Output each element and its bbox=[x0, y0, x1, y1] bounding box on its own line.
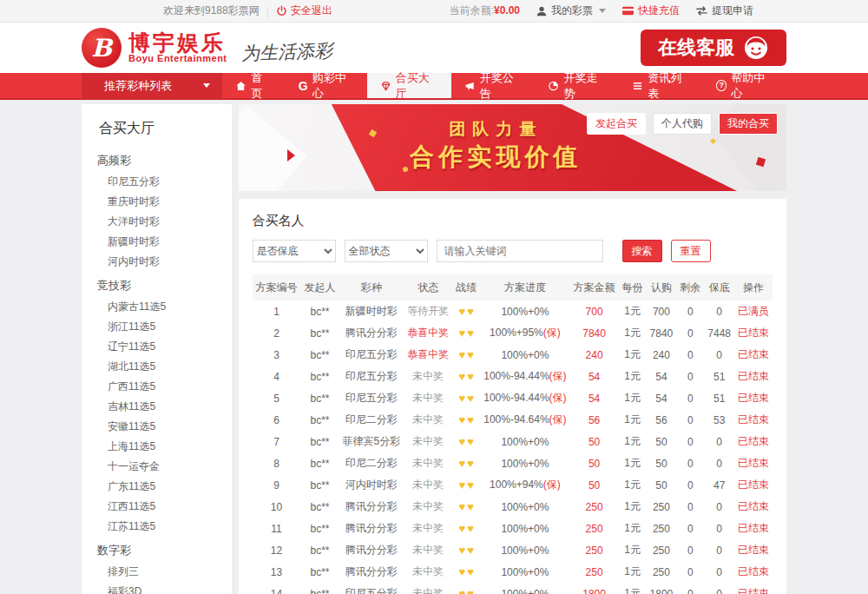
main-layout: 合买大厅 高频彩印尼五分彩重庆时时彩大洋时时彩新疆时时彩河内时时彩竞技彩内蒙古1… bbox=[82, 100, 786, 594]
cell-progress: 100%+94%(保) bbox=[480, 474, 569, 496]
sidebar-item[interactable]: 江苏11选5 bbox=[82, 517, 232, 537]
sidebar-item[interactable]: 新疆时时彩 bbox=[82, 232, 232, 252]
my-group-buy-button[interactable]: 我的合买 bbox=[719, 113, 778, 135]
cell-lottery: 印尼五分彩 bbox=[339, 344, 404, 366]
cell-action[interactable]: 已结束 bbox=[734, 322, 773, 344]
topbar: 欢迎来到9188彩票网 | 安全退出 当前余额:¥0.00 我的彩票 快捷充值 … bbox=[0, 0, 868, 23]
table-row: 3bc**印尼五分彩恭喜中奖♥♥100%+0%2401元24000已结束 bbox=[253, 344, 773, 366]
cell-progress: 100%+0% bbox=[480, 561, 569, 583]
gold-heart-icon: ♥ bbox=[458, 478, 465, 492]
cell-amount: 54 bbox=[570, 387, 619, 409]
guarantee-filter-select[interactable]: 是否保底 bbox=[253, 240, 336, 262]
sidebar-item[interactable]: 湖北11选5 bbox=[82, 357, 232, 377]
keyword-input[interactable] bbox=[437, 240, 603, 262]
cell-guarantee: 0 bbox=[704, 583, 734, 594]
sidebar-item[interactable]: 大洋时时彩 bbox=[82, 212, 232, 232]
cell-status: 恭喜中奖 bbox=[404, 322, 452, 344]
cell-no: 10 bbox=[253, 496, 301, 518]
sidebar-item[interactable]: 福彩3D bbox=[82, 582, 232, 594]
sidebar-item[interactable]: 广西11选5 bbox=[82, 377, 232, 397]
cell-action[interactable]: 已结束 bbox=[734, 583, 773, 594]
cell-action[interactable]: 已结束 bbox=[734, 474, 773, 496]
sidebar-item[interactable]: 十一运夺金 bbox=[82, 457, 232, 477]
cell-action[interactable]: 已结束 bbox=[734, 409, 773, 431]
column-header: 方案编号 bbox=[253, 274, 301, 300]
cell-no: 13 bbox=[253, 561, 301, 583]
cell-per: 1元 bbox=[619, 344, 647, 366]
cell-left: 0 bbox=[676, 583, 704, 594]
gold-heart-icon: ♥ bbox=[458, 435, 465, 448]
nav-item-help-center[interactable]: ? 帮助中心 bbox=[703, 73, 786, 98]
progress-value: 100%-94.64% bbox=[483, 413, 549, 426]
sidebar-item[interactable]: 印尼五分彩 bbox=[82, 172, 232, 192]
cell-lottery: 印尼五分彩 bbox=[339, 583, 404, 594]
cell-per: 1元 bbox=[619, 409, 647, 431]
search-button[interactable]: 搜索 bbox=[622, 240, 662, 262]
gold-heart-icon: ♥ bbox=[458, 457, 465, 470]
plans-table: 方案编号发起人彩种状态战绩方案进度方案金额每份认购剩余保底操作 1bc**新疆时… bbox=[253, 274, 773, 594]
nav-item-buy-center[interactable]: G 购彩中心 bbox=[286, 73, 367, 98]
cell-record: ♥♥ bbox=[452, 366, 480, 387]
cell-action[interactable]: 已结束 bbox=[734, 518, 773, 539]
nav-item-group-buy-hall[interactable]: 合买大厅 bbox=[367, 73, 451, 98]
gold-heart-icon: ♥ bbox=[467, 457, 474, 470]
sidebar-item[interactable]: 浙江11选5 bbox=[82, 317, 232, 337]
sidebar-title: 合买大厅 bbox=[82, 115, 232, 147]
cell-action[interactable]: 已结束 bbox=[734, 452, 773, 474]
nav-item-draw-announcement[interactable]: 开奖公告 bbox=[451, 73, 536, 98]
sidebar-item[interactable]: 辽宁11选5 bbox=[82, 337, 232, 357]
sidebar-item[interactable]: 排列三 bbox=[82, 562, 232, 582]
brand-logo[interactable]: B bbox=[82, 28, 122, 68]
nav-lottery-dropdown[interactable]: 推荐彩种列表 bbox=[82, 73, 222, 98]
customer-service-face-icon bbox=[743, 35, 769, 61]
cell-action[interactable]: 已结束 bbox=[734, 431, 773, 452]
cell-bought: 54 bbox=[647, 387, 677, 409]
logout-link[interactable]: 安全退出 bbox=[276, 3, 332, 18]
gold-heart-icon: ♥ bbox=[458, 348, 465, 361]
sidebar-item[interactable]: 广东11选5 bbox=[82, 477, 232, 497]
cell-bought: 50 bbox=[647, 431, 677, 452]
cell-action[interactable]: 已结束 bbox=[734, 387, 773, 409]
start-group-buy-button[interactable]: 发起合买 bbox=[587, 113, 646, 135]
table-row: 1bc**新疆时时彩等待开奖♥♥100%+0%7001元70000已满员 bbox=[253, 300, 773, 322]
sidebar-item[interactable]: 内蒙古11选5 bbox=[82, 297, 232, 317]
cell-action[interactable]: 已结束 bbox=[734, 539, 773, 561]
filter-bar: 是否保底 全部状态 搜索 重置 bbox=[253, 240, 773, 262]
cell-amount: 7840 bbox=[570, 322, 619, 344]
sidebar-item[interactable]: 河内时时彩 bbox=[82, 252, 232, 272]
reset-button[interactable]: 重置 bbox=[671, 240, 711, 262]
cell-lottery: 菲律宾5分彩 bbox=[339, 431, 404, 452]
online-service-button[interactable]: 在线客服 bbox=[641, 30, 786, 66]
nav-item-news-list[interactable]: 资讯列表 bbox=[619, 73, 703, 98]
table-row: 6bc**印尼二分彩未中奖♥♥100%-94.64%(保)561元56053已结… bbox=[253, 409, 773, 431]
welcome-text: 欢迎来到9188彩票网 bbox=[163, 3, 260, 18]
cell-action[interactable]: 已满员 bbox=[734, 300, 773, 322]
cell-action[interactable]: 已结束 bbox=[734, 496, 773, 518]
personal-purchase-button[interactable]: 个人代购 bbox=[653, 113, 712, 135]
cell-bought: 250 bbox=[647, 561, 677, 583]
progress-value: 100%+0% bbox=[501, 501, 549, 513]
nav-item-trend-chart[interactable]: 开奖走势 bbox=[535, 73, 619, 98]
cell-no: 8 bbox=[253, 452, 301, 474]
withdraw-link[interactable]: 提现申请 bbox=[695, 3, 753, 18]
cell-bought: 240 bbox=[647, 344, 677, 366]
sidebar-item[interactable]: 安徽11选5 bbox=[82, 417, 232, 437]
status-filter-select[interactable]: 全部状态 bbox=[345, 240, 428, 262]
progress-value: 100%-94.44% bbox=[483, 392, 549, 404]
recharge-link[interactable]: 快捷充值 bbox=[621, 3, 680, 18]
cell-initiator: bc** bbox=[301, 518, 339, 539]
cell-initiator: bc** bbox=[301, 431, 339, 452]
progress-value: 100%+0% bbox=[501, 523, 549, 535]
my-lottery-menu[interactable]: 我的彩票 bbox=[536, 3, 606, 18]
cell-amount: 250 bbox=[570, 539, 619, 561]
sidebar-item[interactable]: 江西11选5 bbox=[82, 497, 232, 517]
sidebar-item[interactable]: 上海11选5 bbox=[82, 437, 232, 457]
column-header: 方案进度 bbox=[480, 274, 569, 300]
cell-action[interactable]: 已结束 bbox=[734, 561, 773, 583]
nav-item-home[interactable]: 首页 bbox=[222, 73, 285, 98]
sidebar-item[interactable]: 吉林11选5 bbox=[82, 397, 232, 417]
sidebar-item[interactable]: 重庆时时彩 bbox=[82, 192, 232, 212]
cell-action[interactable]: 已结束 bbox=[734, 344, 773, 366]
cell-action[interactable]: 已结束 bbox=[734, 366, 773, 387]
gem-icon bbox=[380, 80, 391, 92]
